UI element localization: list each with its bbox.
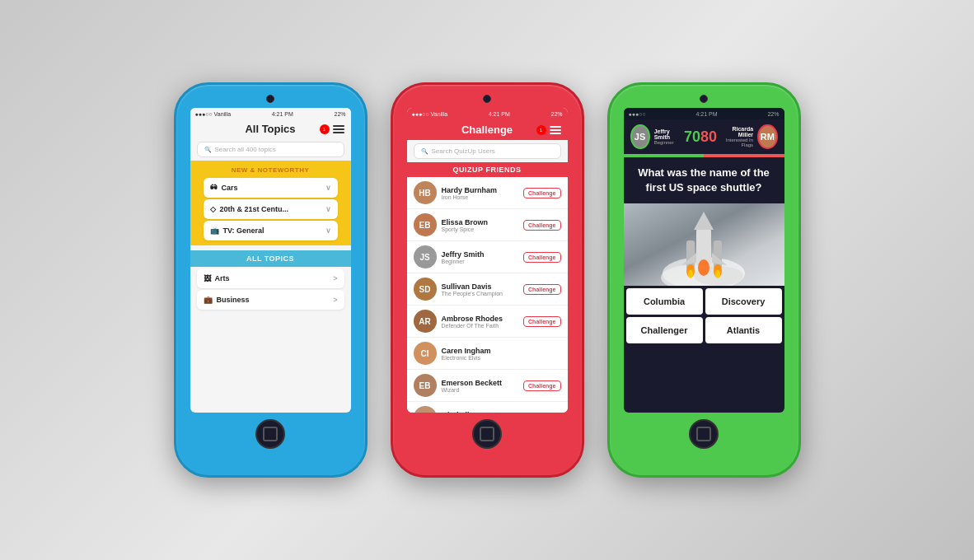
battery-2: 22% — [550, 111, 562, 117]
challenge-btn-0[interactable]: Challenge — [523, 188, 560, 198]
header-2: Challenge 1 — [407, 119, 568, 140]
player2-name: Ricarda Miller — [721, 126, 753, 138]
all-topics-title: ALL TOPICS — [194, 254, 347, 263]
friends-title: QUIZUP FRIENDS — [410, 166, 564, 174]
progress-right — [704, 154, 784, 157]
home-button-1[interactable] — [255, 419, 285, 449]
answer-challenger[interactable]: Challenger — [626, 317, 703, 343]
answer-atlantis[interactable]: Atlantis — [705, 317, 782, 343]
topic-item-business[interactable]: 💼 Business > — [197, 290, 344, 310]
home-button-2[interactable] — [472, 419, 502, 449]
search-placeholder-2: Search QuizUp Users — [432, 147, 495, 155]
shuttle-image — [624, 203, 784, 286]
battery-1: 22% — [334, 111, 345, 117]
friend-name-3: Sullivan Davis — [442, 282, 524, 291]
question-area: What was the name of the first US space … — [624, 157, 784, 203]
header-1: All Topics 1 — [190, 119, 351, 138]
player-right: RM Ricarda Miller Interested In Flags 80 — [700, 124, 777, 149]
header-title-2: Challenge — [461, 124, 513, 136]
chevron-tv: ∨ — [325, 226, 331, 235]
friend-name-1: Elissa Brown — [442, 218, 524, 226]
friend-sub-0: Iron Horse — [442, 194, 524, 200]
tv-icon: 📺 — [210, 226, 219, 235]
topic-item-cars[interactable]: 🕶 Cars ∨ — [204, 178, 338, 198]
chevron-business: > — [333, 296, 337, 304]
avatar-4: AR — [414, 310, 437, 333]
friend-item-2: JS Jeffry Smith Beginner Challenge — [407, 241, 568, 273]
friend-name-0: Hardy Burnham — [442, 186, 524, 194]
topic-label-tv: TV: General — [223, 226, 265, 235]
friend-sub-5: Electronic Elvis — [442, 355, 561, 361]
status-bar-2: ●●●○○ Vanilla 4:21 PM 22% — [407, 108, 568, 119]
chevron-arts: > — [333, 274, 337, 282]
topic-item-century[interactable]: ◇ 20th & 21st Centu... ∨ — [204, 199, 338, 219]
header-icons-2: 1 — [536, 125, 561, 135]
camera-front — [266, 95, 274, 103]
challenge-btn-6[interactable]: Challenge — [523, 380, 560, 391]
time-3: 4:21 PM — [696, 111, 718, 117]
search-bar-2[interactable]: Search QuizUp Users — [414, 143, 561, 159]
avatar-5: CI — [414, 342, 437, 365]
challenge-btn-3[interactable]: Challenge — [523, 284, 560, 295]
question-text: What was the name of the first US space … — [634, 166, 775, 195]
player2-score: 80 — [700, 128, 717, 146]
hamburger-icon-2[interactable] — [550, 126, 561, 134]
challenge-btn-4[interactable]: Challenge — [523, 316, 560, 327]
challenge-btn-2[interactable]: Challenge — [523, 252, 560, 263]
screen-all-topics: ●●●○○ Vanilla 4:21 PM 22% All Topics 1 — [190, 108, 351, 413]
avatar-1: EB — [414, 213, 437, 236]
friend-item-1: EB Elissa Brown Sporty Spice Challenge — [407, 209, 568, 241]
player1-name: Jeffry Smith — [654, 128, 680, 140]
hamburger-icon-1[interactable] — [333, 125, 344, 133]
signal-1: ●●●○○ Vanilla — [195, 111, 232, 117]
challenge-btn-1[interactable]: Challenge — [523, 220, 560, 231]
friend-name-6: Emerson Beckett — [442, 379, 524, 387]
phone-red: ●●●○○ Vanilla 4:21 PM 22% Challenge 1 — [391, 82, 584, 478]
search-placeholder-1: Search all 400 topics — [215, 146, 276, 153]
battery-3: 22% — [767, 111, 779, 117]
home-button-3[interactable] — [689, 419, 719, 449]
friend-item-7: MH Mirabelle Horn Master of Infinity — [407, 402, 568, 413]
business-icon: 💼 — [204, 296, 213, 304]
avatar-6: EB — [414, 374, 437, 397]
century-icon: ◇ — [210, 205, 216, 213]
time-2: 4:21 PM — [489, 111, 510, 117]
topic-item-tv[interactable]: 📺 TV: General ∨ — [204, 221, 338, 240]
player1-score: 70 — [684, 128, 700, 146]
friend-name-7: Mirabelle Horn — [442, 411, 561, 413]
search-bar-1[interactable]: Search all 400 topics — [197, 142, 344, 157]
screen-quiz: ●●●○○ 4:21 PM 22% JS Jeffry Smith Beginn… — [624, 108, 784, 413]
progress-left — [624, 154, 705, 157]
header-title-1: All Topics — [245, 123, 295, 135]
friend-sub-6: Wizard — [442, 387, 524, 393]
friend-item-6: EB Emerson Beckett Wizard Challenge — [407, 370, 568, 402]
friend-sub-2: Beginner — [442, 259, 524, 264]
new-noteworthy-title: NEW & NOTEWORTHY — [197, 164, 344, 176]
answer-discovery[interactable]: Discovery — [705, 288, 782, 315]
friend-sub-3: The People's Champion — [442, 291, 524, 296]
friend-sub-1: Sporty Spice — [442, 226, 524, 232]
screen-challenge: ●●●○○ Vanilla 4:21 PM 22% Challenge 1 — [407, 108, 568, 413]
phone-green: ●●●○○ 4:21 PM 22% JS Jeffry Smith Beginn… — [607, 82, 801, 478]
topic-label-century: 20th & 21st Centu... — [220, 205, 289, 213]
all-topics-banner: ALL TOPICS — [190, 250, 351, 267]
notification-badge-1: 1 — [320, 124, 330, 134]
friends-banner: QUIZUP FRIENDS — [407, 162, 568, 177]
topic-item-arts[interactable]: 🖼 Arts > — [197, 268, 344, 288]
new-noteworthy-banner: NEW & NOTEWORTHY 🕶 Cars ∨ ◇ 20th & 21st … — [190, 161, 351, 245]
topic-label-arts: Arts — [215, 274, 230, 282]
cars-icon: 🕶 — [210, 184, 218, 192]
camera-front-2 — [483, 95, 491, 103]
svg-point-13 — [698, 259, 709, 276]
chevron-cars: ∨ — [325, 184, 331, 192]
answer-columbia[interactable]: Columbia — [626, 288, 703, 315]
player1-sub: Beginner — [654, 140, 680, 145]
status-bar-3: ●●●○○ 4:21 PM 22% — [624, 108, 784, 119]
friend-name-2: Jeffry Smith — [442, 250, 524, 259]
shuttle-svg — [624, 203, 784, 286]
svg-point-15 — [715, 270, 720, 278]
header-icons-1: 1 — [320, 124, 344, 134]
svg-point-14 — [688, 270, 693, 278]
avatar-player1: JS — [630, 124, 650, 149]
avatar-7: MH — [414, 406, 437, 413]
